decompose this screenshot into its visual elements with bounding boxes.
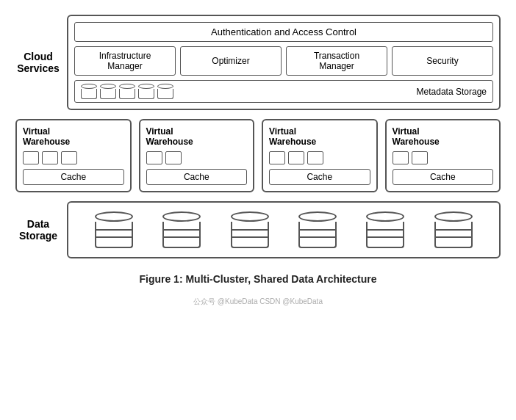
metadata-row: Metadata Storage [74,80,493,103]
vw-cache-1: Cache [23,169,124,185]
vw-node [412,151,428,164]
vw-label-3: VirtualWarehouse [269,126,370,147]
cyl-top-lg [366,211,404,222]
storage-cylinder-5 [366,211,404,248]
metadata-cylinder-2 [100,84,116,99]
cyl-body-lg [231,222,269,248]
service-optimizer: Optimizer [180,46,282,76]
cloud-services-label: CloudServices [15,15,67,110]
virtual-warehouses-layer: VirtualWarehouse Cache VirtualWarehouse … [15,119,501,192]
vw-nodes-2 [146,151,248,164]
cyl-top [100,84,116,89]
cyl-body-lg [434,222,473,248]
cyl-body [81,89,97,99]
vw-node [146,151,162,164]
services-row: InfrastructureManager Optimizer Transact… [74,46,493,76]
data-storage-layer: DataStorage [15,201,501,258]
cyl-top-lg [434,211,473,222]
vw-nodes-1 [23,151,124,164]
storage-cylinder-4 [298,211,337,248]
cyl-top-lg [95,211,133,222]
cyl-top [81,84,97,89]
vw-cache-3: Cache [269,169,370,185]
cyl-top-lg [162,211,201,222]
cyl-body-lg [95,222,133,248]
metadata-cylinder-1 [81,84,97,99]
cyl-body-lg [162,222,201,248]
cyl-top [119,84,135,89]
cyl-top-lg [231,211,269,222]
vw-nodes-4 [393,151,494,164]
metadata-cylinder-4 [138,84,154,99]
service-security: Security [392,46,493,76]
vw-node [307,151,323,164]
diagram: CloudServices Authentication and Access … [15,15,501,307]
auth-bar: Authentication and Access Control [74,22,493,42]
cyl-body [138,89,154,99]
vw-node [42,151,58,164]
vw-nodes-3 [269,151,370,164]
cyl-body-lg [366,222,404,248]
vw-node [393,151,409,164]
data-storage-label: DataStorage [15,201,67,258]
vw-label-4: VirtualWarehouse [393,126,494,147]
data-storage-box [67,201,501,258]
cyl-body [100,89,116,99]
vw-node [288,151,304,164]
cyl-body-lg [298,222,337,248]
service-infrastructure-manager: InfrastructureManager [74,46,176,76]
metadata-label: Metadata Storage [417,87,487,97]
storage-cylinder-1 [95,211,133,248]
cyl-top-lg [298,211,337,222]
vw-box-4: VirtualWarehouse Cache [385,119,501,192]
cyl-body [157,89,173,99]
vw-node [269,151,285,164]
vw-box-2: VirtualWarehouse Cache [139,119,255,192]
cyl-top [138,84,154,89]
storage-cylinder-2 [162,211,201,248]
service-transaction-manager: TransactionManager [286,46,387,76]
metadata-cylinder-5 [157,84,173,99]
cloud-services-box: Authentication and Access Control Infras… [67,15,501,110]
cyl-body [119,89,135,99]
vw-cache-2: Cache [146,169,248,185]
vw-box-3: VirtualWarehouse Cache [262,119,378,192]
cyl-top [157,84,173,89]
metadata-cylinder-3 [119,84,135,99]
cloud-services-layer: CloudServices Authentication and Access … [15,15,501,110]
vw-label-1: VirtualWarehouse [23,126,124,147]
vw-box-1: VirtualWarehouse Cache [15,119,132,192]
vw-node [165,151,182,164]
figure-caption: Figure 1: Multi-Cluster, Shared Data Arc… [15,273,501,285]
vw-node [23,151,39,164]
metadata-cylinders [81,84,173,99]
vw-cache-4: Cache [393,169,494,185]
watermark: 公众号 @KubeData CSDN @KubeData [15,297,501,307]
storage-cylinder-3 [231,211,269,248]
storage-cylinder-6 [434,211,473,248]
vw-label-2: VirtualWarehouse [146,126,248,147]
vw-node [61,151,77,164]
